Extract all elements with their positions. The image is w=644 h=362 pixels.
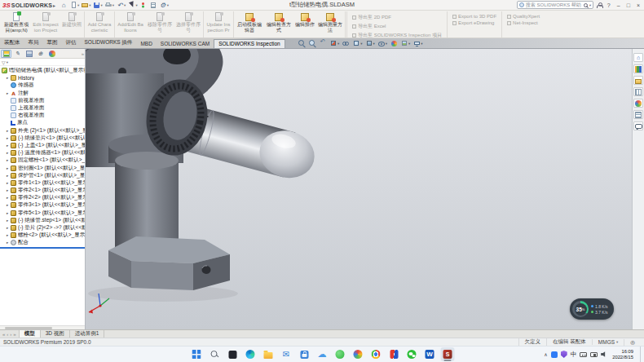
netdisk-tray-icon[interactable]: [551, 351, 558, 358]
units-selector[interactable]: MMGS▾: [592, 339, 624, 345]
tab-solidworks-inspection[interactable]: SOLIDWORKS Inspection: [214, 39, 285, 48]
select-balloons-button[interactable]: 选择零件序号: [174, 11, 204, 38]
reader-app-icon[interactable]: [387, 347, 401, 361]
dimxpertmanager-tab[interactable]: ⊕: [35, 50, 46, 58]
print-icon[interactable]: ▾: [105, 2, 114, 8]
tab-solidworks-addins[interactable]: SOLIDWORKS 插件: [81, 38, 137, 48]
tab-mbd[interactable]: MBD: [136, 40, 156, 48]
tab-nav-arrow-icon[interactable]: «: [2, 332, 5, 337]
home-icon[interactable]: ⌂: [60, 2, 68, 8]
tree-item[interactable]: 右视基准面: [0, 112, 85, 119]
export-menu-item[interactable]: QualityXpert: [507, 14, 540, 19]
tree-item[interactable]: ▸ 注解: [0, 90, 85, 97]
tree-item[interactable]: ▸ (-) 上盖<1> (默认<<默认>_显示状: [0, 142, 85, 149]
tree-item[interactable]: ▸ History: [0, 74, 85, 82]
search-scope-icon[interactable]: [519, 2, 524, 7]
tab-motion-study-1[interactable]: 运动算例1: [70, 330, 105, 338]
tab-solidworks-cam[interactable]: SOLIDWORKS CAM: [157, 40, 214, 48]
scrollbar-thumb[interactable]: [5, 327, 52, 329]
tree-item[interactable]: ▸ (-) 绝缘垫片<1> (默认<<默认>_显: [0, 135, 85, 142]
solidworks-resources-tab[interactable]: ⌂: [633, 53, 643, 62]
rebuild-icon[interactable]: [140, 2, 148, 8]
volume-icon[interactable]: [601, 351, 607, 358]
new-snapshot-button[interactable]: 新建快照: [60, 11, 85, 38]
tree-filter-row[interactable]: ▽ ▾: [0, 59, 85, 66]
tree-item[interactable]: ▸ 零件1<1> (默认<<默认>_显示状态: [0, 179, 85, 187]
performance-overlay[interactable]: 35% 1.8 K/s 3.7 K/s: [570, 298, 614, 320]
tab-nav-arrow-icon[interactable]: ‹: [7, 332, 8, 337]
tab-assembly[interactable]: 装配体: [0, 38, 24, 48]
ime-keyboard-icon[interactable]: [580, 352, 587, 357]
featuremanager-tab[interactable]: [1, 50, 11, 58]
wechat-icon[interactable]: [405, 347, 419, 361]
propertymanager-tab[interactable]: ✎: [12, 50, 23, 58]
add-characteristic-button[interactable]: Add Characteristic: [86, 11, 115, 38]
tab-sketch[interactable]: 草图: [43, 38, 62, 48]
edit-inspection-methods-button[interactable]: 编辑检查方式: [264, 11, 293, 38]
view-palette-tab[interactable]: [633, 87, 643, 96]
edit-measurement-methods-button[interactable]: 编辑测量方法: [316, 11, 346, 38]
tree-item[interactable]: ▸ 零件2<2> (默认<<默认>_显示状: [0, 194, 85, 201]
tree-item[interactable]: ▸ (-) 垫片 (2)<2> ->? (默认<<默认>: [0, 224, 85, 232]
new-inspection-project-button[interactable]: 新建检查项目(amp;N): [2, 11, 31, 38]
dynamic-annotation-views-icon[interactable]: [342, 40, 350, 46]
word-icon[interactable]: W: [423, 347, 437, 361]
show-desktop-button[interactable]: [640, 347, 642, 362]
add-edit-balloons-button[interactable]: Add/Edit Balloons: [116, 11, 145, 38]
save-icon[interactable]: ▾: [94, 2, 103, 8]
displaymanager-tab[interactable]: [46, 50, 57, 58]
tab-model[interactable]: 模型: [20, 330, 41, 338]
tab-nav-arrow-icon[interactable]: ›: [10, 332, 11, 337]
edit-operations-button[interactable]: 编辑操作: [293, 11, 316, 38]
custom-status-icon[interactable]: ◎: [624, 339, 641, 346]
search-caret-icon[interactable]: ▾: [589, 3, 591, 7]
tree-item[interactable]: ▸ (-) 温度传感器<1> (默认<<默认>_: [0, 149, 85, 157]
tree-item[interactable]: ▸ 外壳 (2)<1> (默认<<默认>_显示状: [0, 127, 85, 135]
hidden-icons-chevron[interactable]: ∧: [544, 351, 547, 357]
tree-item[interactable]: ▸ 密封圈<1> (默认<<默认>_显示状: [0, 164, 85, 171]
tree-item[interactable]: 传感器: [0, 82, 85, 89]
minimize-button[interactable]: –: [615, 2, 622, 8]
search-input[interactable]: 搜索 SOLIDWORKS 帮助 ▾: [517, 1, 593, 9]
design-library-tab[interactable]: [633, 64, 643, 73]
menu-expand-arrow[interactable]: ▸: [53, 2, 55, 8]
ime-language-indicator[interactable]: 中: [571, 351, 577, 359]
view-settings-icon[interactable]: ▾: [413, 40, 422, 46]
browser-360-icon[interactable]: [351, 347, 365, 361]
solidworks-taskbar-icon[interactable]: S: [441, 347, 455, 361]
tab-nav-arrow-icon[interactable]: »: [13, 332, 15, 337]
edit-inspection-project-button[interactable]: Edit Inspection Project: [31, 11, 60, 38]
tree-item[interactable]: ▸ 配合: [0, 239, 85, 246]
microsoft-store-icon[interactable]: [298, 347, 311, 361]
export-menu-item[interactable]: Export eDrawing: [452, 20, 496, 25]
viewport-canvas[interactable]: [86, 49, 632, 329]
configurationmanager-tab[interactable]: [24, 50, 34, 58]
tree-item[interactable]: ▸ 螺栓<2> (默认<<默认>_显示状态: [0, 232, 85, 239]
tree-item[interactable]: ▸ 保护管<1> (默认<<默认>_显示状: [0, 172, 85, 179]
previous-view-icon[interactable]: [320, 40, 327, 46]
export-menu-item[interactable]: 导出至 Excel: [352, 23, 442, 30]
tree-item[interactable]: ▸ 零件3<1> (默认<<默认>_显示状态: [0, 201, 85, 209]
new-document-icon[interactable]: ▾: [70, 2, 79, 8]
file-properties-icon[interactable]: [150, 2, 157, 8]
tree-item[interactable]: ▸ (-) 绝缘管.step<1> (默认<<默认>: [0, 217, 85, 224]
select-icon[interactable]: ▾: [128, 2, 137, 8]
tab-3d-views[interactable]: 3D 视图: [41, 330, 70, 338]
hide-show-items-icon[interactable]: ▾: [378, 40, 387, 46]
taskbar-clock[interactable]: 16:09 2022/8/15: [611, 349, 637, 360]
tree-item[interactable]: ▸ 固定螺栓<1> (默认<<默认>_显示: [0, 157, 85, 164]
tree-item[interactable]: ▸ 零件2<1> (默认<<默认>_显示状: [0, 187, 85, 194]
chrome-icon[interactable]: [369, 347, 383, 361]
file-explorer-icon[interactable]: [262, 347, 276, 361]
tree-item[interactable]: 原点: [0, 119, 85, 126]
edit-appearance-icon[interactable]: [390, 40, 398, 46]
zoom-to-area-icon[interactable]: [309, 40, 316, 46]
start-button[interactable]: [190, 347, 204, 361]
apply-scene-icon[interactable]: ▾: [401, 40, 410, 46]
search-icon[interactable]: [584, 3, 588, 7]
tree-item[interactable]: ▸ 零件5<1> (默认<<默认>_显示状态: [0, 210, 85, 217]
options-icon[interactable]: ⚙▾: [160, 2, 169, 8]
update-inspection-project-button[interactable]: Update Inspection Project: [205, 11, 234, 38]
edge-icon[interactable]: [244, 347, 258, 361]
export-menu-item[interactable]: Export to 3D PDF: [452, 14, 496, 19]
